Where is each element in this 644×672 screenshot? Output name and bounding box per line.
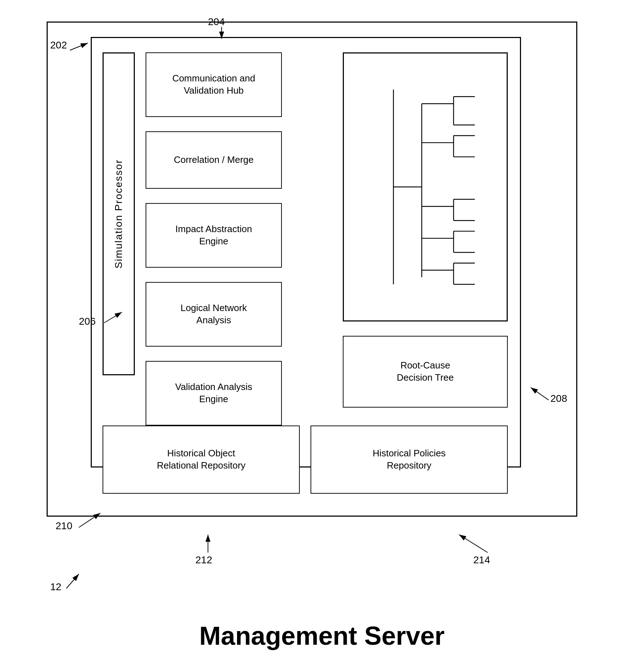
communication-validation-hub-label: Communication andValidation Hub: [172, 72, 255, 97]
logical-network-analysis-label: Logical NetworkAnalysis: [181, 302, 247, 326]
svg-line-31: [459, 535, 488, 553]
impact-abstraction-engine-box: Impact AbstractionEngine: [146, 203, 282, 268]
page-container: Simulation Processor Communication andVa…: [0, 0, 644, 672]
inner-modules-box: Simulation Processor Communication andVa…: [91, 37, 521, 467]
logical-network-analysis-box: Logical NetworkAnalysis: [146, 282, 282, 347]
label-214: 214: [473, 554, 490, 566]
historical-policies-repository-box: Historical PoliciesRepository: [311, 426, 508, 494]
correlation-merge-box: Correlation / Merge: [146, 131, 282, 189]
main-title: Management Server: [0, 621, 644, 650]
simulation-processor-label: Simulation Processor: [113, 159, 124, 269]
historical-object-label: Historical ObjectRelational Repository: [157, 447, 245, 472]
validation-analysis-engine-label: Validation AnalysisEngine: [175, 381, 252, 405]
historical-policies-label: Historical PoliciesRepository: [373, 447, 446, 472]
bottom-repositories-section: Historical ObjectRelational Repository H…: [103, 426, 508, 494]
decision-tree-svg: [344, 53, 507, 320]
label-206: 206: [79, 316, 96, 327]
outer-management-server-box: Simulation Processor Communication andVa…: [47, 22, 577, 517]
root-cause-decision-tree-box: Root-CauseDecision Tree: [343, 336, 508, 408]
label-212: 212: [195, 554, 212, 566]
simulation-processor-bar: Simulation Processor: [103, 52, 135, 375]
correlation-merge-label: Correlation / Merge: [174, 154, 254, 166]
label-12: 12: [50, 581, 61, 593]
communication-validation-hub-box: Communication andValidation Hub: [146, 52, 282, 117]
validation-analysis-engine-box: Validation AnalysisEngine: [146, 361, 282, 426]
impact-abstraction-engine-label: Impact AbstractionEngine: [175, 223, 252, 248]
label-204: 204: [208, 16, 225, 28]
label-210: 210: [56, 520, 72, 532]
label-208: 208: [550, 393, 567, 404]
label-202: 202: [50, 39, 67, 51]
root-cause-decision-tree-label: Root-CauseDecision Tree: [397, 360, 454, 384]
historical-object-relational-repository-box: Historical ObjectRelational Repository: [103, 426, 300, 494]
svg-line-32: [66, 574, 79, 588]
tree-diagram-section: [343, 52, 508, 321]
